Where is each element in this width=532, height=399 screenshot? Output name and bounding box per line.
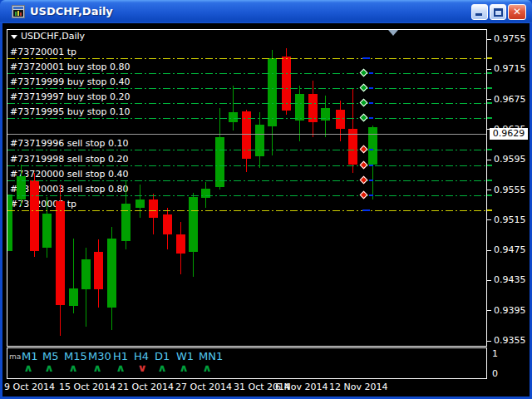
- up-arrow-icon: ∧: [44, 362, 54, 374]
- axis-level-tick: [487, 57, 492, 59]
- minimize-icon: [475, 13, 482, 16]
- price-axis-label: 0.9715: [494, 63, 526, 74]
- up-arrow-icon: ∧: [116, 362, 126, 374]
- tp-order-line[interactable]: [7, 210, 486, 211]
- sell-stop-marker[interactable]: [360, 160, 368, 169]
- order-label: #73720001 tp: [10, 47, 76, 57]
- timeframe-button-h1[interactable]: H1: [113, 350, 128, 362]
- time-axis[interactable]: 9 Oct 201415 Oct 201421 Oct 201427 Oct 2…: [2, 380, 530, 395]
- buy-order-line[interactable]: [7, 103, 486, 104]
- axis-level-tick: [487, 149, 492, 150]
- current-price-line: [7, 134, 486, 135]
- candle: [107, 239, 116, 308]
- timeframe-button-m5[interactable]: M5: [42, 350, 59, 362]
- timeframe-button-d1[interactable]: D1: [155, 350, 170, 362]
- price-axis-tick: [487, 190, 491, 190]
- price-axis-label: 0.9515: [494, 214, 526, 225]
- chart-plot[interactable]: USDCHF,Daily #73720001 tp#73720001 buy s…: [7, 29, 487, 347]
- order-time-tick: [369, 165, 373, 166]
- axis-level-tick: [487, 102, 492, 104]
- buy-order-line[interactable]: [7, 88, 486, 89]
- tp-order-line[interactable]: [7, 58, 486, 59]
- price-axis-tick: [487, 250, 491, 251]
- date-label: 6 Nov 2014: [275, 382, 328, 392]
- candle: [268, 58, 277, 127]
- sell-order-line[interactable]: [7, 150, 486, 150]
- buy-order-line[interactable]: [7, 73, 486, 74]
- price-axis-label: 0.9675: [494, 94, 526, 105]
- chevron-down-icon: [11, 35, 17, 39]
- axis-level-tick: [487, 195, 492, 196]
- chart-symbol-label: USDCHF,Daily: [11, 31, 85, 42]
- timeframe-button-mn1[interactable]: MN1: [199, 350, 223, 362]
- maximize-button[interactable]: [490, 4, 506, 20]
- order-label: #73720000 sell stop 0.40: [10, 169, 129, 180]
- window-title: USDCHF,Daily: [30, 5, 113, 17]
- current-price-box: 0.9629: [490, 128, 528, 140]
- order-time-tick: [362, 209, 370, 211]
- minimize-button[interactable]: [471, 4, 488, 20]
- candle: [176, 234, 185, 254]
- sell-order-line[interactable]: [7, 165, 486, 166]
- up-arrow-icon: ∧: [23, 362, 33, 374]
- sell-order-line[interactable]: [7, 195, 486, 196]
- indicator-subwindow[interactable]: ma M1∧M5∧M15∧M30∧H1∧H4∨D1∧W1∧MN1∧: [7, 347, 487, 379]
- timeframe-button-m30[interactable]: M30: [88, 350, 111, 362]
- sell-order-line[interactable]: [7, 180, 486, 181]
- candle: [56, 201, 65, 305]
- price-axis-label: 0.9355: [494, 335, 526, 346]
- order-label: #73719997 buy stop 0.20: [10, 91, 130, 102]
- candle: [295, 94, 304, 121]
- price-axis[interactable]: 0.97550.97150.96750.96350.95950.95550.95…: [487, 29, 530, 347]
- order-label: #73720003 tp: [10, 199, 76, 209]
- chart-shift-marker-icon[interactable]: [388, 30, 398, 36]
- indicator-name-label: ma: [9, 352, 21, 361]
- close-icon: ✕: [513, 6, 521, 17]
- candle: [81, 259, 91, 289]
- candle: [189, 197, 198, 252]
- order-label: #73720001 buy stop 0.80: [10, 62, 130, 72]
- indicator-scale-max: 1: [492, 348, 498, 359]
- order-label: #73719995 buy stop 0.10: [10, 106, 130, 117]
- candle: [201, 189, 210, 198]
- price-axis-tick: [487, 99, 491, 100]
- buy-stop-marker[interactable]: [360, 114, 368, 122]
- price-axis-label: 0.9555: [494, 185, 526, 195]
- sell-stop-marker[interactable]: [360, 145, 368, 154]
- order-time-tick: [369, 102, 373, 104]
- price-axis-tick: [487, 341, 491, 342]
- buy-stop-marker[interactable]: [360, 68, 368, 76]
- timeframe-button-m1[interactable]: M1: [22, 350, 38, 362]
- date-label: 9 Oct 2014: [4, 382, 55, 392]
- order-time-tick: [369, 87, 373, 89]
- price-axis-label: 0.9395: [494, 305, 526, 316]
- date-label: 21 Oct 2014: [117, 382, 174, 392]
- application-window: USDCHF,Daily ✕ USDCHF,Daily #73720001 tp…: [0, 0, 532, 399]
- order-label: #73720003 sell stop 0.80: [10, 184, 129, 195]
- candle: [229, 112, 238, 122]
- date-label: 15 Oct 2014: [59, 382, 116, 392]
- buy-order-line[interactable]: [7, 118, 486, 119]
- date-label: 12 Nov 2014: [329, 382, 387, 392]
- app-icon: [12, 5, 25, 18]
- close-button[interactable]: ✕: [508, 4, 526, 20]
- timeframe-button-m15[interactable]: M15: [64, 350, 87, 362]
- sell-stop-marker[interactable]: [360, 190, 368, 199]
- order-label: #73719998 sell stop 0.20: [10, 154, 129, 165]
- up-arrow-icon: ∧: [92, 362, 102, 374]
- order-time-tick: [369, 72, 373, 74]
- title-bar[interactable]: USDCHF,Daily ✕: [0, 0, 532, 23]
- candle: [30, 180, 39, 251]
- buy-stop-marker[interactable]: [360, 99, 368, 107]
- sell-stop-marker[interactable]: [360, 175, 368, 184]
- up-arrow-icon: ∧: [202, 362, 212, 374]
- candle: [336, 110, 345, 129]
- timeframe-button-h4[interactable]: H4: [134, 350, 149, 362]
- indicator-scale-min: 0: [492, 368, 498, 379]
- candle: [69, 288, 78, 306]
- timeframe-button-w1[interactable]: W1: [176, 350, 194, 362]
- date-label: 27 Oct 2014: [175, 382, 232, 392]
- price-axis-tick: [487, 310, 491, 311]
- buy-stop-marker[interactable]: [360, 84, 368, 92]
- order-label: #73719996 sell stop 0.10: [10, 138, 129, 149]
